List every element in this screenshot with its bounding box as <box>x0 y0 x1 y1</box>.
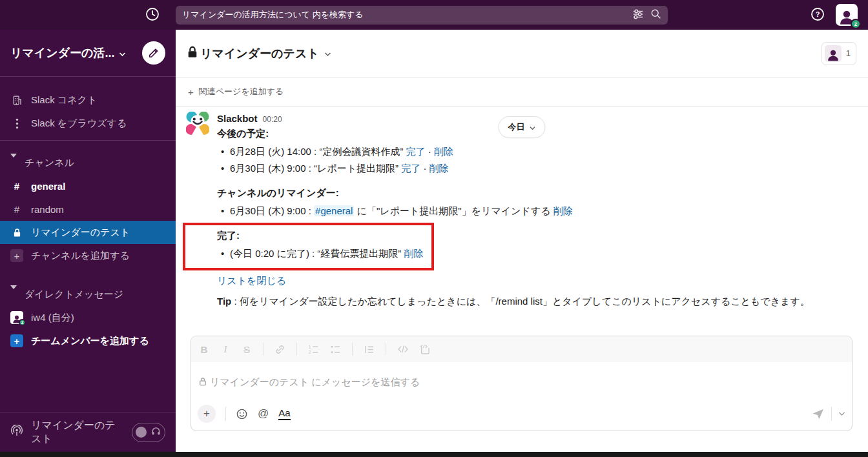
ellipsis-vertical-icon <box>10 118 23 129</box>
workspace-header[interactable]: リマインダーの活... <box>0 30 176 77</box>
member-count-button[interactable]: 1 <box>822 42 856 65</box>
ordered-list-button[interactable]: 12 <box>308 344 319 355</box>
svg-text:2: 2 <box>309 350 311 354</box>
code-icon <box>397 344 409 354</box>
chevron-down-icon <box>119 48 126 59</box>
mention-button[interactable]: @ <box>258 407 269 420</box>
sidebar-channel-general[interactable]: # general <box>0 174 176 198</box>
code-block-button[interactable] <box>420 344 431 355</box>
bullet-list-icon <box>330 344 341 355</box>
toolbar-divider <box>263 343 264 356</box>
section-channels[interactable]: チャンネル <box>0 151 176 174</box>
plus-icon: + <box>10 249 23 262</box>
topbar-right: ? z <box>810 4 868 26</box>
add-bookmark-bar[interactable]: + 関連ページを追加する <box>176 77 868 107</box>
channel-header: リマインダーのテスト 1 <box>176 30 868 77</box>
reminder-item: 6月30日 (木) 9:00 : “レポート提出期限” 完了 · 削除 <box>217 161 810 176</box>
tip-body: : 何をリマインダー設定したか忘れてしまったときには、「/remind list… <box>231 296 810 307</box>
blockquote-button[interactable] <box>364 344 375 355</box>
sidebar-add-channel[interactable]: + チャンネルを追加する <box>0 244 176 267</box>
delete-link[interactable]: 削除 <box>404 248 424 259</box>
toolbar-divider <box>296 343 297 356</box>
strikethrough-button[interactable]: S <box>242 344 252 355</box>
message-input[interactable]: リマインダーのテスト にメッセージを送信する <box>191 362 852 401</box>
plus-icon: + <box>10 334 23 347</box>
history-button[interactable] <box>145 6 160 24</box>
message-timestamp[interactable]: 00:20 <box>263 112 282 127</box>
help-icon: ? <box>810 6 825 24</box>
code-button[interactable] <box>397 344 409 354</box>
lock-icon <box>10 228 23 238</box>
reminder-text: 6月28日 (火) 14:00 : “定例会議資料作成” <box>230 146 406 157</box>
reminder-list: (今日 0:20 に完了) : “経費伝票提出期限” 削除 <box>217 247 810 261</box>
presence-away-badge: z <box>19 319 26 326</box>
reminder-list: 6月30日 (木) 9:00 : #general に「"レポート提出期限"」を… <box>217 204 810 218</box>
sidebar-channel-random[interactable]: # random <box>0 198 176 221</box>
channel-label: リマインダーのテスト <box>31 227 130 239</box>
formatting-toggle-button[interactable]: Aa <box>278 407 290 420</box>
search-icons <box>632 8 661 22</box>
italic-button[interactable]: I <box>220 344 231 355</box>
new-message-button[interactable] <box>142 41 165 65</box>
attach-button[interactable]: + <box>198 405 216 423</box>
topbar-left <box>0 6 176 24</box>
hash-icon: # <box>10 204 23 215</box>
send-button[interactable] <box>811 407 825 421</box>
huddle-bar: リマインダーのテスト <box>0 412 176 452</box>
chevron-down-icon <box>530 123 536 132</box>
emoji-button[interactable] <box>236 408 248 420</box>
paper-plane-icon <box>811 407 825 421</box>
sidebar-add-member[interactable]: + チームメンバーを追加する <box>0 329 176 352</box>
channel-title-button[interactable]: リマインダーのテスト <box>187 46 331 61</box>
section-direct-messages[interactable]: ダイレクトメッセージ <box>0 283 176 306</box>
complete-link[interactable]: 完了 <box>401 163 420 174</box>
search-input[interactable]: リマインダーの活用方法について 内を検索する <box>176 6 668 25</box>
tip-text: Tip : 何をリマインダー設定したか忘れてしまったときには、「/remind … <box>217 294 810 309</box>
sidebar-item-label: Slack コネクト <box>31 94 97 107</box>
svg-text:?: ? <box>816 10 820 18</box>
dm-avatar: z <box>10 311 23 324</box>
delete-link[interactable]: 削除 <box>434 146 453 157</box>
code-block-icon <box>420 344 431 355</box>
message-author[interactable]: Slackbot <box>217 112 258 126</box>
section-label: ダイレクトメッセージ <box>25 289 123 301</box>
sidebar-item-browse-slack[interactable]: Slack をブラウズする <box>0 112 176 135</box>
channel-title: リマインダーのテスト <box>200 46 319 61</box>
bold-button[interactable]: B <box>199 344 209 355</box>
slackbot-avatar[interactable] <box>186 112 209 135</box>
search-icon[interactable] <box>650 8 661 21</box>
reminder-item: 6月28日 (火) 14:00 : “定例会議資料作成” 完了 · 削除 <box>217 145 810 159</box>
lock-icon <box>199 377 208 388</box>
channel-label: general <box>31 181 65 192</box>
sidebar-spacer <box>0 352 176 412</box>
link-separator: · <box>423 163 426 174</box>
add-member-label: チームメンバーを追加する <box>31 335 149 347</box>
help-button[interactable]: ? <box>810 6 825 24</box>
sidebar-item-slack-connect[interactable]: Slack コネクト <box>0 88 176 112</box>
toolbar-divider <box>386 343 386 356</box>
toolbar-divider <box>352 343 353 356</box>
lock-icon <box>187 46 198 61</box>
message-body: Slackbot 00:20 今後の予定: 6月28日 (火) 14:00 : … <box>217 112 810 309</box>
link-icon <box>274 344 285 355</box>
delete-link[interactable]: 削除 <box>553 205 573 216</box>
send-options-button[interactable] <box>838 411 845 416</box>
user-avatar[interactable]: z <box>836 4 858 26</box>
close-list-link[interactable]: リストを閉じる <box>217 274 286 288</box>
bullet-list-button[interactable] <box>330 344 341 355</box>
compose-icon <box>148 47 160 59</box>
channel-reminders-section: チャンネルのリマインダー: 6月30日 (木) 9:00 : #general … <box>217 186 810 218</box>
channel-mention-link[interactable]: #general <box>314 205 354 216</box>
huddle-toggle[interactable] <box>132 423 165 442</box>
reminder-item: 6月30日 (木) 9:00 : #general に「"レポート提出期限"」を… <box>217 204 810 218</box>
message-composer: B I S 12 <box>191 336 852 431</box>
date-divider-pill[interactable]: 今日 <box>499 116 546 138</box>
sidebar-dm-self[interactable]: z iw4 (自分) <box>0 306 176 329</box>
delete-link[interactable]: 削除 <box>429 163 449 174</box>
sidebar-channel-reminder-test[interactable]: リマインダーのテスト <box>0 221 176 244</box>
ordered-list-icon: 12 <box>308 344 319 355</box>
emoji-icon <box>236 408 248 420</box>
link-button[interactable] <box>274 344 285 355</box>
filter-icon[interactable] <box>632 8 644 22</box>
complete-link[interactable]: 完了 <box>406 146 426 157</box>
